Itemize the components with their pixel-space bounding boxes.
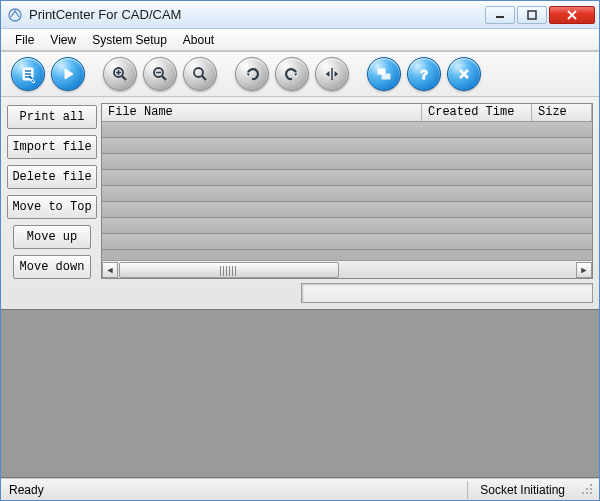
svg-rect-1 [496, 16, 504, 18]
file-table: File Name Created Time Size ◄ [101, 103, 593, 279]
table-body[interactable] [102, 122, 592, 260]
table-row [102, 154, 592, 170]
inset-status-field [301, 283, 593, 305]
svg-point-8 [194, 68, 203, 77]
app-window: PrintCenter For CAD/CAM File View System… [0, 0, 600, 501]
client-area: ? Print all Import file Delete file Move… [1, 51, 599, 500]
help-icon[interactable]: ? [407, 57, 441, 91]
svg-text:?: ? [420, 67, 428, 82]
import-file-button[interactable]: Import file [7, 135, 97, 159]
table-row [102, 138, 592, 154]
menu-view[interactable]: View [42, 30, 84, 50]
table-row [102, 234, 592, 250]
col-size[interactable]: Size [532, 104, 592, 121]
move-down-button[interactable]: Move down [13, 255, 91, 279]
svg-rect-14 [382, 74, 390, 79]
play-icon[interactable] [51, 57, 85, 91]
scroll-right-arrow-icon[interactable]: ► [576, 262, 592, 278]
move-up-button[interactable]: Move up [13, 225, 91, 249]
undo-icon[interactable] [275, 57, 309, 91]
zoom-in-icon[interactable] [103, 57, 137, 91]
close-window-button[interactable] [549, 6, 595, 24]
delete-file-button[interactable]: Delete file [7, 165, 97, 189]
svg-rect-13 [378, 69, 385, 74]
menu-file[interactable]: File [7, 30, 42, 50]
statusbar: Ready Socket Initiating [1, 478, 599, 500]
table-row [102, 202, 592, 218]
col-file-name[interactable]: File Name [102, 104, 422, 121]
table-header: File Name Created Time Size [102, 104, 592, 122]
menu-about[interactable]: About [175, 30, 222, 50]
status-right: Socket Initiating [467, 481, 577, 499]
maximize-button[interactable] [517, 6, 547, 24]
redo-icon[interactable] [235, 57, 269, 91]
minimize-button[interactable] [485, 6, 515, 24]
menu-system-setup[interactable]: System Setup [84, 30, 175, 50]
toolbar: ? [1, 51, 599, 97]
table-row [102, 186, 592, 202]
titlebar[interactable]: PrintCenter For CAD/CAM [1, 1, 599, 29]
move-to-top-button[interactable]: Move to Top [7, 195, 97, 219]
app-icon [7, 7, 23, 23]
svg-marker-5 [65, 69, 73, 79]
flip-horiz-icon[interactable] [315, 57, 349, 91]
window-buttons [483, 6, 595, 24]
preview-pane [1, 309, 599, 478]
table-row [102, 218, 592, 234]
sidebar: Print all Import file Delete file Move t… [7, 103, 97, 279]
svg-marker-4 [31, 79, 35, 83]
upper-panel: Print all Import file Delete file Move t… [1, 97, 599, 283]
svg-marker-12 [334, 70, 339, 78]
menubar: File View System Setup About [1, 29, 599, 51]
resize-grip-icon[interactable] [581, 483, 595, 497]
list-icon[interactable] [11, 57, 45, 91]
table-row [102, 170, 592, 186]
zoom-out-icon[interactable] [143, 57, 177, 91]
status-left: Ready [5, 483, 165, 497]
scroll-track[interactable] [119, 262, 575, 278]
svg-marker-11 [325, 70, 330, 78]
col-created-time[interactable]: Created Time [422, 104, 532, 121]
print-all-button[interactable]: Print all [7, 105, 97, 129]
horizontal-scrollbar[interactable]: ◄ ► [102, 260, 592, 278]
table-row [102, 122, 592, 138]
svg-marker-9 [246, 73, 251, 77]
layout-icon[interactable] [367, 57, 401, 91]
zoom-reset-icon[interactable] [183, 57, 217, 91]
close-icon[interactable] [447, 57, 481, 91]
svg-rect-2 [528, 11, 536, 19]
svg-marker-10 [293, 73, 298, 77]
scroll-thumb[interactable] [119, 262, 339, 278]
window-title: PrintCenter For CAD/CAM [29, 7, 483, 22]
scroll-left-arrow-icon[interactable]: ◄ [102, 262, 118, 278]
